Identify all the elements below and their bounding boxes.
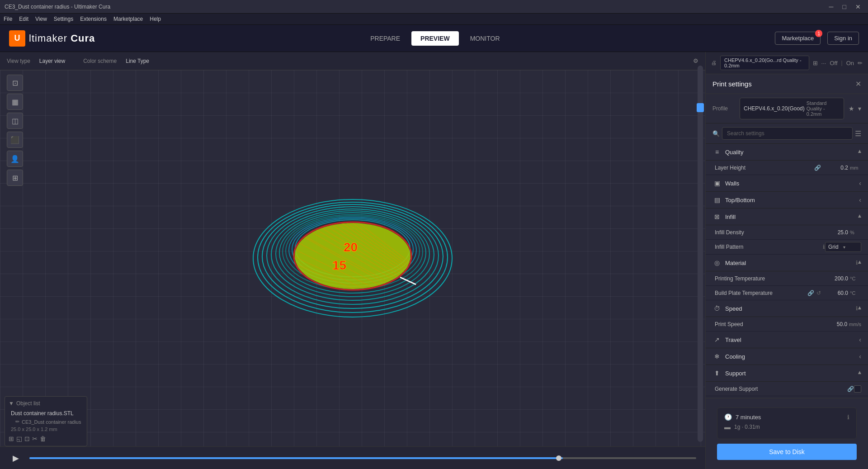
- speed-label: Speed: [725, 305, 854, 312]
- profile-suffix: Standard Quality - 0.2mm: [807, 100, 840, 117]
- material-label: Material: [725, 260, 854, 266]
- section-walls[interactable]: ▣ Walls ‹: [706, 175, 868, 192]
- tab-prepare[interactable]: PREPARE: [361, 31, 409, 46]
- infill-icon: ⊠: [712, 212, 722, 221]
- play-button[interactable]: ▶: [9, 451, 23, 465]
- tab-monitor[interactable]: MONITOR: [461, 31, 509, 46]
- save-to-disk-button[interactable]: Save to Disk: [717, 444, 857, 460]
- menu-marketplace[interactable]: Marketplace: [113, 16, 143, 22]
- object-list-header[interactable]: ▼ Object list: [9, 400, 83, 407]
- settings-menu-icon[interactable]: ☰: [855, 129, 861, 138]
- layer-playbar-slider[interactable]: [29, 457, 696, 459]
- speed-icon: ⏱: [712, 304, 722, 313]
- print-temp-label: Printing Temperature: [715, 275, 821, 282]
- layer-height-label: Layer Height: [715, 165, 811, 171]
- print-time-row: 🕐 7 minutes ℹ: [724, 413, 849, 421]
- search-input[interactable]: [722, 127, 853, 140]
- build-plate-temp-unit: °C: [850, 290, 861, 296]
- infill-pattern-select[interactable]: Grid ▾: [825, 242, 861, 252]
- build-plate-temp-value[interactable]: 60.0: [821, 290, 848, 296]
- topnav: U ltimaker Cura PREPARE PREVIEW MONITOR …: [0, 25, 868, 52]
- time-icon: 🕐: [724, 413, 732, 421]
- print-settings-close[interactable]: ✕: [855, 80, 861, 88]
- layer-height-value[interactable]: 0.2: [821, 165, 848, 171]
- close-button[interactable]: ✕: [853, 2, 863, 11]
- setting-layer-height: Layer Height 🔗 0.2 mm: [706, 161, 868, 175]
- object-icon-3[interactable]: ⊡: [24, 435, 30, 442]
- layer-slider[interactable]: [698, 66, 703, 442]
- infill-toggle: ▾: [858, 213, 861, 220]
- view-btn-5[interactable]: 👤: [7, 151, 23, 167]
- section-support[interactable]: ⬆ Support ▾: [706, 365, 868, 382]
- infill-density-value[interactable]: 25.0: [821, 229, 848, 236]
- profile-dropdown-icon[interactable]: ▾: [858, 105, 861, 112]
- section-material[interactable]: ◎ Material ℹ ▾: [706, 255, 868, 271]
- menu-extensions[interactable]: Extensions: [80, 16, 107, 22]
- panel-icon-grid[interactable]: ⊞: [813, 60, 818, 66]
- view-btn-1[interactable]: ⊡: [7, 75, 23, 91]
- section-cooling[interactable]: ❄ Cooling ‹: [706, 348, 868, 365]
- section-speed[interactable]: ⏱ Speed ℹ ▾: [706, 300, 868, 317]
- menu-view[interactable]: View: [35, 16, 47, 22]
- travel-label: Travel: [725, 336, 859, 343]
- color-scheme-label: Color scheme: [83, 58, 117, 64]
- layer-height-icons: 🔗: [814, 165, 821, 171]
- view-btn-2[interactable]: ▦: [7, 94, 23, 110]
- signin-button[interactable]: Sign in: [827, 32, 859, 45]
- viewport-settings-icon[interactable]: ⚙: [693, 57, 698, 64]
- section-travel[interactable]: ↗ Travel ‹: [706, 332, 868, 348]
- nav-right: Marketplace 1 Sign in: [775, 32, 859, 45]
- generate-support-checkbox[interactable]: [854, 385, 861, 393]
- layer-slider-thumb[interactable]: [697, 103, 704, 112]
- object-file-item[interactable]: Dust container radius.STL: [9, 409, 83, 418]
- pencil-icon: ✏: [15, 419, 19, 425]
- cooling-icon: ❄: [712, 352, 722, 361]
- generate-support-link-icon[interactable]: 🔗: [847, 386, 854, 392]
- marketplace-button[interactable]: Marketplace 1: [775, 32, 821, 45]
- print-speed-value[interactable]: 50.0: [820, 321, 847, 327]
- build-plate-temp-icons: 🔗 ↺: [807, 290, 821, 296]
- object-icon-2[interactable]: ◱: [16, 435, 22, 442]
- maximize-button[interactable]: □: [840, 2, 849, 11]
- section-infill[interactable]: ⊠ Infill ▾: [706, 208, 868, 225]
- panel-off-label[interactable]: Off: [830, 60, 837, 66]
- section-quality[interactable]: ≡ Quality ▾: [706, 144, 868, 161]
- print-settings-title: Print settings: [712, 80, 752, 88]
- layer-height-unit: mm: [850, 165, 861, 171]
- build-plate-reset-icon[interactable]: ↺: [816, 290, 821, 296]
- profile-icons: ★ ▾: [849, 105, 861, 112]
- view-topbar: View type Layer view Color scheme Line T…: [0, 52, 705, 70]
- support-label: Support: [725, 370, 858, 377]
- view-type-value[interactable]: Layer view: [39, 58, 65, 64]
- color-scheme-value[interactable]: Line Type: [126, 58, 149, 64]
- panel-on-label[interactable]: On: [846, 60, 854, 66]
- travel-icon: ↗: [712, 335, 722, 344]
- menu-settings[interactable]: Settings: [54, 16, 73, 22]
- print-temp-value[interactable]: 200.0: [821, 275, 848, 282]
- search-bar: 🔍 ☰: [706, 123, 868, 144]
- layer-height-link-icon[interactable]: 🔗: [814, 165, 821, 171]
- view-btn-6[interactable]: ⊞: [7, 170, 23, 186]
- build-plate-link-icon[interactable]: 🔗: [807, 290, 814, 296]
- profile-star-icon[interactable]: ★: [849, 105, 854, 112]
- top-bottom-toggle: ‹: [859, 196, 861, 204]
- menu-file[interactable]: File: [4, 16, 12, 22]
- section-top-bottom[interactable]: ▤ Top/Bottom ‹: [706, 192, 868, 208]
- object-icon-1[interactable]: ⊞: [9, 435, 14, 442]
- menu-edit[interactable]: Edit: [19, 16, 28, 22]
- profile-select[interactable]: CHEPV4.6.x_0.20(Good) Standard Quality -…: [740, 98, 844, 119]
- print-info-icon[interactable]: ℹ: [847, 414, 849, 421]
- travel-toggle: ‹: [859, 336, 861, 343]
- view-btn-4[interactable]: ⬛: [7, 132, 23, 148]
- view-btn-3[interactable]: ◫: [7, 113, 23, 129]
- panel-icon-dots[interactable]: ···: [821, 60, 826, 66]
- slider-thumb[interactable]: [556, 455, 561, 461]
- object-icon-5[interactable]: 🗑: [40, 435, 46, 442]
- object-icon-4[interactable]: ✂: [32, 435, 38, 442]
- minimize-button[interactable]: ─: [826, 2, 836, 11]
- panel-edit-icon[interactable]: ✏: [858, 60, 863, 66]
- menu-help[interactable]: Help: [150, 16, 161, 22]
- tab-preview[interactable]: PREVIEW: [411, 31, 459, 46]
- viewport[interactable]: View type Layer view Color scheme Line T…: [0, 52, 705, 469]
- printer-profile-chip[interactable]: CHEPV4.6.x_0.20(Go...rd Quality - 0.2mm: [720, 56, 809, 70]
